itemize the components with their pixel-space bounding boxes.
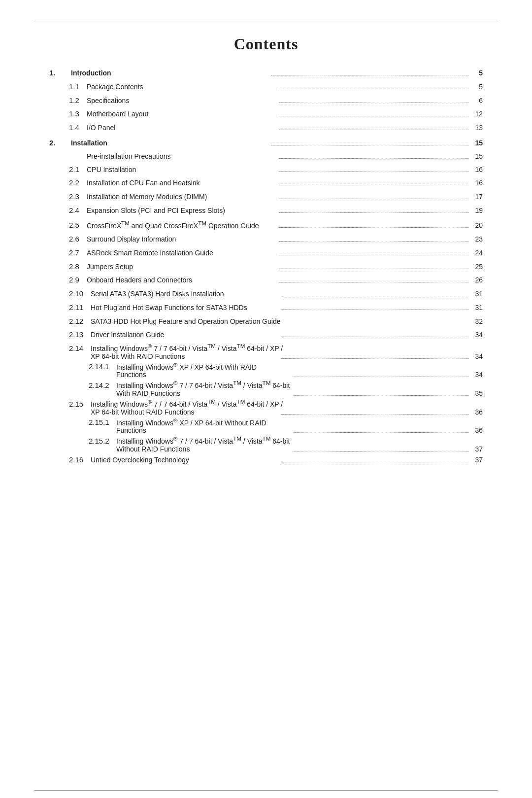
toc-entry-2-14-1: 2.14.1 Installing Windows® XP / XP 64-bi… [49, 361, 483, 379]
page-title: Contents [49, 35, 483, 53]
toc-dots-2-14-2 [294, 395, 469, 396]
toc-page-2-15: 36 [471, 408, 483, 416]
toc-entry-2-14-2: 2.14.2 Installing Windows® 7 / 7 64-bit … [49, 380, 483, 397]
toc-entry-2-15-2: 2.15.2 Installing Windows® 7 / 7 64-bit … [49, 435, 483, 453]
toc-num-2-15: 2.15 [69, 400, 91, 408]
toc-dots-2-5 [279, 227, 469, 228]
toc-2-15-1-line2: Functions 36 [49, 426, 483, 434]
toc-num-1-2: 1.2 [69, 95, 87, 107]
toc-entry-2-4: 2.4 Expansion Slots (PCI and PCI Express… [49, 205, 483, 217]
toc-entry-2-15: 2.15 Installing Windows® 7 / 7 64-bit / … [49, 398, 483, 416]
toc-text-2-15-l1: Installing Windows® 7 / 7 64-bit / Vista… [91, 398, 483, 408]
toc-dots-2-15-2 [294, 451, 469, 451]
toc-num-1-3: 1.3 [69, 108, 87, 120]
toc-text-1-4: I/O Panel [87, 122, 277, 134]
toc-page-2-11: 31 [471, 302, 483, 313]
toc-entry-2-11: 2.11 Hot Plug and Hot Swap Functions for… [49, 302, 483, 314]
toc-2-15-2-line2: Without RAID Functions 37 [49, 445, 483, 453]
toc-num-2-7: 2.7 [69, 247, 87, 259]
toc-num-2-5: 2.5 [69, 219, 87, 232]
toc-page-2-14-1: 34 [471, 371, 483, 379]
toc-num-2-13: 2.13 [69, 329, 91, 341]
toc-entry-2-13: 2.13 Driver Installation Guide 34 [49, 329, 483, 341]
toc-page-1-2: 6 [471, 95, 483, 106]
toc-text-2-13: Driver Installation Guide [91, 329, 279, 341]
toc-page-1-1: 5 [471, 81, 483, 93]
toc-entry-2-9: 2.9 Onboard Headers and Connectors 26 [49, 274, 483, 286]
toc-entry-2-1: 2.1 CPU Installation 16 [49, 164, 483, 176]
toc-page-2-15-1: 36 [471, 426, 483, 434]
toc-page-2-5: 20 [471, 220, 483, 231]
toc-dots-2-1 [279, 172, 469, 172]
toc-entry-pre: Pre-installation Precautions 15 [49, 151, 483, 162]
toc-page-2: 15 [471, 138, 483, 149]
toc-dots-pre [279, 158, 469, 159]
toc-page-2-8: 25 [471, 261, 483, 273]
toc-num-2-10: 2.10 [69, 288, 91, 300]
toc-text-2-5: CrossFireXTM and Quad CrossFireXTM Opera… [87, 218, 277, 232]
toc-entry-2-12: 2.12 SATA3 HDD Hot Plug Feature and Oper… [49, 315, 483, 328]
toc-text-2-14-1-l2: Functions [116, 371, 292, 379]
toc-text-2-9: Onboard Headers and Connectors [87, 275, 277, 286]
toc-dots-2-15 [281, 414, 469, 415]
toc-dots-2-14 [281, 358, 469, 359]
toc-text-2-14-l1: Installing Windows® 7 / 7 64-bit / Vista… [91, 343, 483, 352]
toc-dots-2-6 [279, 241, 469, 242]
toc-dots-2-4 [279, 212, 469, 213]
toc-dots-2-15-1 [294, 432, 469, 433]
toc-entry-2-8: 2.8 Jumpers Setup 25 [49, 261, 483, 273]
toc-text-2-6: Surround Display Information [87, 234, 277, 245]
page: Contents 1. Introduction 5 1.1 Package C… [0, 20, 532, 798]
toc-page-1-3: 12 [471, 108, 483, 120]
toc-text-1-3: Motherboard Layout [87, 108, 277, 120]
toc-entry-2-15-1: 2.15.1 Installing Windows® XP / XP 64-bi… [49, 417, 483, 435]
toc-page-1-4: 13 [471, 122, 483, 134]
toc-dots-1 [271, 75, 469, 75]
toc-2-15-2-line1: 2.15.2 Installing Windows® 7 / 7 64-bit … [49, 435, 483, 445]
toc-dots-2-16 [281, 462, 469, 462]
toc-text-2-3: Installation of Memory Modules (DIMM) [87, 191, 277, 203]
toc-2-14-line1: 2.14 Installing Windows® 7 / 7 64-bit / … [49, 343, 483, 352]
toc-page-1: 5 [471, 68, 483, 79]
toc-dots-2-3 [279, 199, 469, 199]
toc-entry-2-2: 2.2 Installation of CPU Fan and Heatsink… [49, 177, 483, 189]
toc-text-2-8: Jumpers Setup [87, 261, 277, 273]
toc-page-2-6: 23 [471, 234, 483, 245]
toc-page-2-13: 34 [471, 329, 483, 341]
toc-2-14-1-line2: Functions 34 [49, 371, 483, 379]
toc-page-2-3: 17 [471, 191, 483, 203]
toc-text-2-16: Untied Overclocking Technology [91, 454, 279, 466]
toc-num-2-1: 2.1 [69, 164, 87, 176]
toc-dots-2 [271, 145, 469, 145]
toc-page-2-9: 26 [471, 275, 483, 286]
toc-num-1: 1. [49, 67, 71, 79]
toc-dots-1-1 [279, 89, 469, 89]
toc-dots-1-3 [279, 116, 469, 116]
toc-entry-2-5: 2.5 CrossFireXTM and Quad CrossFireXTM O… [49, 218, 483, 232]
toc-entry-1-4: 1.4 I/O Panel 13 [49, 122, 483, 134]
toc-num-2-14: 2.14 [69, 344, 91, 352]
toc-text-2-4: Expansion Slots (PCI and PCI Express Slo… [87, 205, 277, 216]
toc-2-15-line1: 2.15 Installing Windows® 7 / 7 64-bit / … [49, 398, 483, 408]
toc-page-2-1: 16 [471, 164, 483, 175]
toc-page-2-2: 16 [471, 177, 483, 189]
toc-num-1-1: 1.1 [69, 81, 87, 93]
toc-dots-2-10 [281, 296, 469, 296]
toc-dots-1-2 [279, 103, 469, 103]
toc-2-14-2-line2: With RAID Functions 35 [49, 389, 483, 397]
toc-text-2-12: SATA3 HDD Hot Plug Feature and Operation… [91, 316, 468, 327]
toc-text-2-10: Serial ATA3 (SATA3) Hard Disks Installat… [91, 288, 279, 300]
toc-text-2: Installation [71, 138, 269, 149]
toc-num-2-2: 2.2 [69, 177, 87, 189]
toc-dots-1-4 [279, 130, 469, 130]
toc-num-2-6: 2.6 [69, 233, 87, 245]
toc-page-pre: 15 [471, 151, 483, 162]
toc-text-2-15-2-l2: Without RAID Functions [116, 445, 292, 453]
toc-dots-2-9 [279, 282, 469, 282]
toc-text-1-2: Specifications [87, 95, 277, 106]
toc-num-2-16: 2.16 [69, 454, 91, 466]
toc-entry-1-1: 1.1 Package Contents 5 [49, 81, 483, 93]
toc-dots-2-14-1 [294, 377, 469, 377]
toc-num-2-15-1: 2.15.1 [89, 418, 116, 426]
toc-text-2-15-1-l2: Functions [116, 426, 292, 434]
